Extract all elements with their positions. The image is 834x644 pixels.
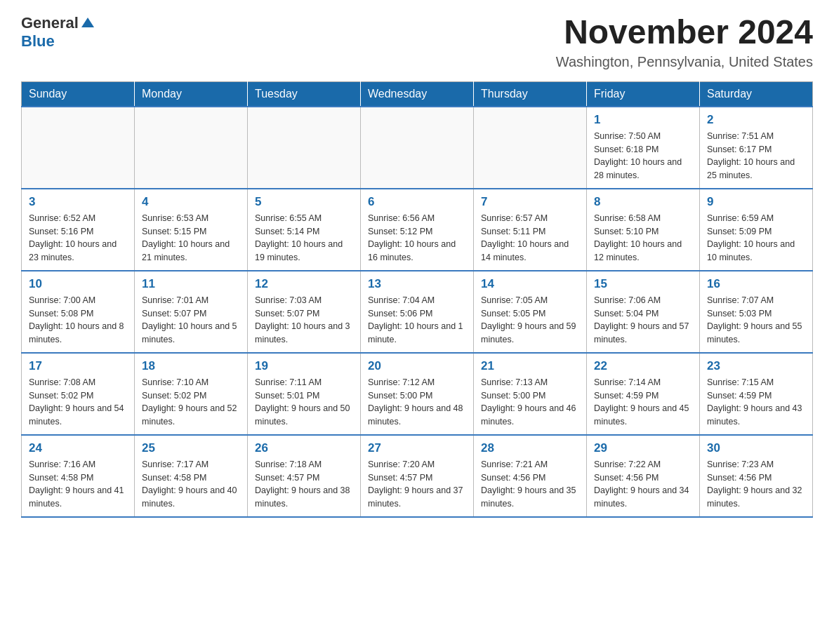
calendar-cell: 6Sunrise: 6:56 AMSunset: 5:12 PMDaylight… bbox=[361, 189, 474, 271]
calendar-cell: 7Sunrise: 6:57 AMSunset: 5:11 PMDaylight… bbox=[474, 189, 587, 271]
day-number: 9 bbox=[707, 195, 805, 209]
day-info: Sunrise: 7:11 AMSunset: 5:01 PMDaylight:… bbox=[255, 376, 353, 429]
calendar-cell: 30Sunrise: 7:23 AMSunset: 4:56 PMDayligh… bbox=[700, 435, 813, 517]
calendar-cell: 13Sunrise: 7:04 AMSunset: 5:06 PMDayligh… bbox=[361, 271, 474, 353]
day-info: Sunrise: 7:14 AMSunset: 4:59 PMDaylight:… bbox=[594, 376, 692, 429]
weekday-header-monday: Monday bbox=[135, 81, 248, 107]
day-number: 17 bbox=[29, 359, 127, 373]
calendar-cell: 23Sunrise: 7:15 AMSunset: 4:59 PMDayligh… bbox=[700, 353, 813, 435]
calendar-cell: 15Sunrise: 7:06 AMSunset: 5:04 PMDayligh… bbox=[587, 271, 700, 353]
calendar-cell: 5Sunrise: 6:55 AMSunset: 5:14 PMDaylight… bbox=[248, 189, 361, 271]
day-number: 21 bbox=[481, 359, 579, 373]
day-info: Sunrise: 7:08 AMSunset: 5:02 PMDaylight:… bbox=[29, 376, 127, 429]
day-info: Sunrise: 7:50 AMSunset: 6:18 PMDaylight:… bbox=[594, 130, 692, 182]
day-info: Sunrise: 7:18 AMSunset: 4:57 PMDaylight:… bbox=[255, 458, 353, 511]
day-info: Sunrise: 7:03 AMSunset: 5:07 PMDaylight:… bbox=[255, 294, 353, 347]
calendar-cell: 22Sunrise: 7:14 AMSunset: 4:59 PMDayligh… bbox=[587, 353, 700, 435]
calendar-cell bbox=[474, 107, 587, 189]
logo-general-text: General bbox=[21, 14, 79, 32]
day-number: 19 bbox=[255, 359, 353, 373]
calendar-cell: 16Sunrise: 7:07 AMSunset: 5:03 PMDayligh… bbox=[700, 271, 813, 353]
day-number: 12 bbox=[255, 277, 353, 291]
calendar-week-row: 3Sunrise: 6:52 AMSunset: 5:16 PMDaylight… bbox=[22, 189, 813, 271]
calendar-week-row: 24Sunrise: 7:16 AMSunset: 4:58 PMDayligh… bbox=[22, 435, 813, 517]
calendar-week-row: 10Sunrise: 7:00 AMSunset: 5:08 PMDayligh… bbox=[22, 271, 813, 353]
day-number: 13 bbox=[368, 277, 466, 291]
day-info: Sunrise: 7:15 AMSunset: 4:59 PMDaylight:… bbox=[707, 376, 805, 429]
calendar-cell: 4Sunrise: 6:53 AMSunset: 5:15 PMDaylight… bbox=[135, 189, 248, 271]
calendar-cell bbox=[361, 107, 474, 189]
weekday-header-row: SundayMondayTuesdayWednesdayThursdayFrid… bbox=[22, 81, 813, 107]
calendar-cell: 26Sunrise: 7:18 AMSunset: 4:57 PMDayligh… bbox=[248, 435, 361, 517]
calendar-cell: 14Sunrise: 7:05 AMSunset: 5:05 PMDayligh… bbox=[474, 271, 587, 353]
calendar-cell: 20Sunrise: 7:12 AMSunset: 5:00 PMDayligh… bbox=[361, 353, 474, 435]
day-number: 23 bbox=[707, 359, 805, 373]
logo-blue-text: Blue bbox=[21, 32, 55, 51]
day-number: 3 bbox=[29, 195, 127, 209]
calendar-cell: 28Sunrise: 7:21 AMSunset: 4:56 PMDayligh… bbox=[474, 435, 587, 517]
month-title: November 2024 bbox=[556, 14, 813, 51]
logo: General Blue bbox=[21, 14, 94, 51]
calendar-cell: 27Sunrise: 7:20 AMSunset: 4:57 PMDayligh… bbox=[361, 435, 474, 517]
day-number: 2 bbox=[707, 113, 805, 127]
day-info: Sunrise: 7:00 AMSunset: 5:08 PMDaylight:… bbox=[29, 294, 127, 347]
day-number: 29 bbox=[594, 441, 692, 455]
calendar-cell bbox=[22, 107, 135, 189]
calendar-cell: 1Sunrise: 7:50 AMSunset: 6:18 PMDaylight… bbox=[587, 107, 700, 189]
day-info: Sunrise: 7:13 AMSunset: 5:00 PMDaylight:… bbox=[481, 376, 579, 429]
day-info: Sunrise: 7:04 AMSunset: 5:06 PMDaylight:… bbox=[368, 294, 466, 347]
calendar-cell: 9Sunrise: 6:59 AMSunset: 5:09 PMDaylight… bbox=[700, 189, 813, 271]
day-info: Sunrise: 6:57 AMSunset: 5:11 PMDaylight:… bbox=[481, 212, 579, 264]
day-number: 10 bbox=[29, 277, 127, 291]
day-number: 6 bbox=[368, 195, 466, 209]
day-info: Sunrise: 7:16 AMSunset: 4:58 PMDaylight:… bbox=[29, 458, 127, 511]
day-info: Sunrise: 7:12 AMSunset: 5:00 PMDaylight:… bbox=[368, 376, 466, 429]
day-number: 15 bbox=[594, 277, 692, 291]
header: General Blue November 2024 Washington, P… bbox=[21, 14, 813, 70]
calendar-cell: 25Sunrise: 7:17 AMSunset: 4:58 PMDayligh… bbox=[135, 435, 248, 517]
calendar-cell bbox=[135, 107, 248, 189]
day-info: Sunrise: 7:05 AMSunset: 5:05 PMDaylight:… bbox=[481, 294, 579, 347]
day-number: 14 bbox=[481, 277, 579, 291]
day-info: Sunrise: 7:22 AMSunset: 4:56 PMDaylight:… bbox=[594, 458, 692, 511]
calendar-cell: 18Sunrise: 7:10 AMSunset: 5:02 PMDayligh… bbox=[135, 353, 248, 435]
weekday-header-thursday: Thursday bbox=[474, 81, 587, 107]
day-number: 25 bbox=[142, 441, 240, 455]
calendar-cell: 24Sunrise: 7:16 AMSunset: 4:58 PMDayligh… bbox=[22, 435, 135, 517]
day-number: 18 bbox=[142, 359, 240, 373]
day-info: Sunrise: 7:20 AMSunset: 4:57 PMDaylight:… bbox=[368, 458, 466, 511]
day-info: Sunrise: 6:52 AMSunset: 5:16 PMDaylight:… bbox=[29, 212, 127, 264]
calendar-cell: 8Sunrise: 6:58 AMSunset: 5:10 PMDaylight… bbox=[587, 189, 700, 271]
day-number: 7 bbox=[481, 195, 579, 209]
calendar-cell bbox=[248, 107, 361, 189]
title-area: November 2024 Washington, Pennsylvania, … bbox=[556, 14, 813, 70]
calendar-cell: 19Sunrise: 7:11 AMSunset: 5:01 PMDayligh… bbox=[248, 353, 361, 435]
day-info: Sunrise: 7:23 AMSunset: 4:56 PMDaylight:… bbox=[707, 458, 805, 511]
calendar-week-row: 17Sunrise: 7:08 AMSunset: 5:02 PMDayligh… bbox=[22, 353, 813, 435]
day-number: 30 bbox=[707, 441, 805, 455]
weekday-header-sunday: Sunday bbox=[22, 81, 135, 107]
day-number: 22 bbox=[594, 359, 692, 373]
day-number: 27 bbox=[368, 441, 466, 455]
day-info: Sunrise: 7:01 AMSunset: 5:07 PMDaylight:… bbox=[142, 294, 240, 347]
day-number: 8 bbox=[594, 195, 692, 209]
calendar-cell: 12Sunrise: 7:03 AMSunset: 5:07 PMDayligh… bbox=[248, 271, 361, 353]
day-info: Sunrise: 6:58 AMSunset: 5:10 PMDaylight:… bbox=[594, 212, 692, 264]
day-number: 4 bbox=[142, 195, 240, 209]
day-number: 11 bbox=[142, 277, 240, 291]
day-number: 1 bbox=[594, 113, 692, 127]
day-info: Sunrise: 7:17 AMSunset: 4:58 PMDaylight:… bbox=[142, 458, 240, 511]
calendar-cell: 17Sunrise: 7:08 AMSunset: 5:02 PMDayligh… bbox=[22, 353, 135, 435]
calendar-cell: 11Sunrise: 7:01 AMSunset: 5:07 PMDayligh… bbox=[135, 271, 248, 353]
day-info: Sunrise: 6:56 AMSunset: 5:12 PMDaylight:… bbox=[368, 212, 466, 264]
weekday-header-friday: Friday bbox=[587, 81, 700, 107]
calendar-week-row: 1Sunrise: 7:50 AMSunset: 6:18 PMDaylight… bbox=[22, 107, 813, 189]
day-info: Sunrise: 7:51 AMSunset: 6:17 PMDaylight:… bbox=[707, 130, 805, 182]
calendar-table: SundayMondayTuesdayWednesdayThursdayFrid… bbox=[21, 81, 813, 518]
day-info: Sunrise: 6:55 AMSunset: 5:14 PMDaylight:… bbox=[255, 212, 353, 264]
location-title: Washington, Pennsylvania, United States bbox=[556, 54, 813, 70]
day-info: Sunrise: 6:59 AMSunset: 5:09 PMDaylight:… bbox=[707, 212, 805, 264]
day-number: 5 bbox=[255, 195, 353, 209]
weekday-header-tuesday: Tuesday bbox=[248, 81, 361, 107]
day-number: 26 bbox=[255, 441, 353, 455]
